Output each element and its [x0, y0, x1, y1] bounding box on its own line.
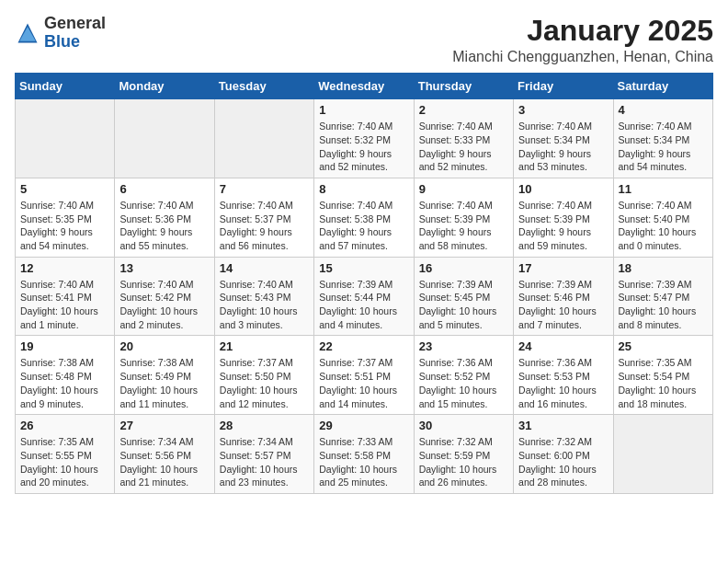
- day-number: 10: [518, 182, 608, 196]
- day-info: Sunrise: 7:32 AM Sunset: 6:00 PM Dayligh…: [518, 435, 608, 489]
- calendar-body: 1Sunrise: 7:40 AM Sunset: 5:32 PM Daylig…: [16, 99, 713, 494]
- calendar-cell: [613, 415, 712, 494]
- calendar-cell: 1Sunrise: 7:40 AM Sunset: 5:32 PM Daylig…: [314, 99, 414, 178]
- day-number: 14: [220, 261, 309, 275]
- day-number: 25: [619, 339, 708, 353]
- day-info: Sunrise: 7:40 AM Sunset: 5:38 PM Dayligh…: [319, 199, 408, 253]
- calendar-cell: 22Sunrise: 7:37 AM Sunset: 5:51 PM Dayli…: [314, 336, 414, 415]
- calendar-cell: 23Sunrise: 7:36 AM Sunset: 5:52 PM Dayli…: [414, 336, 513, 415]
- calendar-cell: 12Sunrise: 7:40 AM Sunset: 5:41 PM Dayli…: [16, 257, 115, 336]
- day-header-tuesday: Tuesday: [214, 74, 313, 99]
- week-row-1: 1Sunrise: 7:40 AM Sunset: 5:32 PM Daylig…: [16, 99, 713, 178]
- calendar-cell: 11Sunrise: 7:40 AM Sunset: 5:40 PM Dayli…: [613, 178, 712, 257]
- calendar-cell: 31Sunrise: 7:32 AM Sunset: 6:00 PM Dayli…: [514, 415, 613, 494]
- day-number: 8: [319, 182, 408, 196]
- week-row-4: 19Sunrise: 7:38 AM Sunset: 5:48 PM Dayli…: [16, 336, 713, 415]
- day-info: Sunrise: 7:40 AM Sunset: 5:41 PM Dayligh…: [20, 278, 109, 332]
- day-number: 22: [319, 339, 408, 353]
- day-info: Sunrise: 7:35 AM Sunset: 5:54 PM Dayligh…: [619, 356, 708, 410]
- day-number: 15: [319, 261, 408, 275]
- week-row-5: 26Sunrise: 7:35 AM Sunset: 5:55 PM Dayli…: [16, 415, 713, 494]
- day-number: 13: [119, 261, 209, 275]
- logo-blue: Blue: [44, 32, 80, 51]
- calendar-cell: [115, 99, 214, 178]
- day-number: 27: [119, 419, 209, 432]
- calendar-cell: 5Sunrise: 7:40 AM Sunset: 5:35 PM Daylig…: [16, 178, 115, 257]
- calendar-cell: 17Sunrise: 7:39 AM Sunset: 5:46 PM Dayli…: [514, 257, 613, 336]
- day-number: 16: [419, 261, 508, 275]
- calendar-cell: 9Sunrise: 7:40 AM Sunset: 5:39 PM Daylig…: [414, 178, 513, 257]
- day-number: 19: [20, 339, 109, 353]
- calendar-cell: 15Sunrise: 7:39 AM Sunset: 5:44 PM Dayli…: [314, 257, 414, 336]
- calendar-cell: 10Sunrise: 7:40 AM Sunset: 5:39 PM Dayli…: [514, 178, 613, 257]
- day-number: 24: [518, 339, 608, 353]
- day-header-wednesday: Wednesday: [314, 74, 414, 99]
- day-info: Sunrise: 7:33 AM Sunset: 5:58 PM Dayligh…: [319, 435, 408, 489]
- day-info: Sunrise: 7:40 AM Sunset: 5:34 PM Dayligh…: [619, 120, 708, 174]
- day-info: Sunrise: 7:36 AM Sunset: 5:53 PM Dayligh…: [518, 356, 608, 410]
- calendar-cell: 4Sunrise: 7:40 AM Sunset: 5:34 PM Daylig…: [613, 99, 712, 178]
- calendar-cell: 27Sunrise: 7:34 AM Sunset: 5:56 PM Dayli…: [115, 415, 214, 494]
- calendar-header: SundayMondayTuesdayWednesdayThursdayFrid…: [16, 74, 713, 99]
- calendar-cell: 20Sunrise: 7:38 AM Sunset: 5:49 PM Dayli…: [115, 336, 214, 415]
- day-info: Sunrise: 7:40 AM Sunset: 5:39 PM Dayligh…: [419, 199, 508, 253]
- day-info: Sunrise: 7:39 AM Sunset: 5:45 PM Dayligh…: [419, 278, 508, 332]
- logo-icon: [15, 20, 40, 46]
- day-info: Sunrise: 7:32 AM Sunset: 5:59 PM Dayligh…: [419, 435, 508, 489]
- day-number: 17: [518, 261, 608, 275]
- day-number: 11: [619, 182, 708, 196]
- calendar-table: SundayMondayTuesdayWednesdayThursdayFrid…: [15, 73, 713, 494]
- calendar-cell: 28Sunrise: 7:34 AM Sunset: 5:57 PM Dayli…: [214, 415, 313, 494]
- logo-text: General Blue: [44, 15, 106, 52]
- day-number: 2: [419, 103, 508, 117]
- calendar-cell: 29Sunrise: 7:33 AM Sunset: 5:58 PM Dayli…: [314, 415, 414, 494]
- day-info: Sunrise: 7:40 AM Sunset: 5:37 PM Dayligh…: [220, 199, 309, 253]
- day-info: Sunrise: 7:40 AM Sunset: 5:32 PM Dayligh…: [319, 120, 408, 174]
- day-info: Sunrise: 7:38 AM Sunset: 5:48 PM Dayligh…: [20, 356, 109, 410]
- calendar-cell: 13Sunrise: 7:40 AM Sunset: 5:42 PM Dayli…: [115, 257, 214, 336]
- day-header-sunday: Sunday: [16, 74, 115, 99]
- calendar-cell: 21Sunrise: 7:37 AM Sunset: 5:50 PM Dayli…: [214, 336, 313, 415]
- day-header-saturday: Saturday: [613, 74, 712, 99]
- day-number: 26: [20, 419, 109, 432]
- day-info: Sunrise: 7:34 AM Sunset: 5:57 PM Dayligh…: [220, 435, 309, 489]
- calendar-cell: 6Sunrise: 7:40 AM Sunset: 5:36 PM Daylig…: [115, 178, 214, 257]
- calendar-cell: 8Sunrise: 7:40 AM Sunset: 5:38 PM Daylig…: [314, 178, 414, 257]
- day-header-friday: Friday: [514, 74, 613, 99]
- calendar-cell: 26Sunrise: 7:35 AM Sunset: 5:55 PM Dayli…: [16, 415, 115, 494]
- day-number: 20: [119, 339, 209, 353]
- day-number: 5: [20, 182, 109, 196]
- day-info: Sunrise: 7:40 AM Sunset: 5:33 PM Dayligh…: [419, 120, 508, 174]
- day-info: Sunrise: 7:39 AM Sunset: 5:47 PM Dayligh…: [619, 278, 708, 332]
- day-header-thursday: Thursday: [414, 74, 513, 99]
- day-info: Sunrise: 7:40 AM Sunset: 5:35 PM Dayligh…: [20, 199, 109, 253]
- calendar-cell: [16, 99, 115, 178]
- calendar-subtitle: Mianchi Chengguanzhen, Henan, China: [452, 49, 713, 65]
- day-info: Sunrise: 7:40 AM Sunset: 5:39 PM Dayligh…: [518, 199, 608, 253]
- day-info: Sunrise: 7:40 AM Sunset: 5:40 PM Dayligh…: [619, 199, 708, 253]
- calendar-cell: 19Sunrise: 7:38 AM Sunset: 5:48 PM Dayli…: [16, 336, 115, 415]
- calendar-cell: 2Sunrise: 7:40 AM Sunset: 5:33 PM Daylig…: [414, 99, 513, 178]
- calendar-cell: 25Sunrise: 7:35 AM Sunset: 5:54 PM Dayli…: [613, 336, 712, 415]
- day-number: 1: [319, 103, 408, 117]
- day-header-monday: Monday: [115, 74, 214, 99]
- day-info: Sunrise: 7:38 AM Sunset: 5:49 PM Dayligh…: [119, 356, 209, 410]
- day-number: 7: [220, 182, 309, 196]
- day-number: 12: [20, 261, 109, 275]
- calendar-cell: 30Sunrise: 7:32 AM Sunset: 5:59 PM Dayli…: [414, 415, 513, 494]
- day-number: 31: [518, 419, 608, 432]
- day-number: 6: [119, 182, 209, 196]
- day-number: 23: [419, 339, 508, 353]
- day-info: Sunrise: 7:36 AM Sunset: 5:52 PM Dayligh…: [419, 356, 508, 410]
- week-row-3: 12Sunrise: 7:40 AM Sunset: 5:41 PM Dayli…: [16, 257, 713, 336]
- calendar-cell: 7Sunrise: 7:40 AM Sunset: 5:37 PM Daylig…: [214, 178, 313, 257]
- day-info: Sunrise: 7:37 AM Sunset: 5:51 PM Dayligh…: [319, 356, 408, 410]
- day-info: Sunrise: 7:39 AM Sunset: 5:46 PM Dayligh…: [518, 278, 608, 332]
- day-info: Sunrise: 7:40 AM Sunset: 5:36 PM Dayligh…: [119, 199, 209, 253]
- calendar-title: January 2025: [452, 15, 713, 47]
- title-section: January 2025 Mianchi Chengguanzhen, Hena…: [452, 15, 713, 65]
- day-number: 3: [518, 103, 608, 117]
- calendar-cell: 24Sunrise: 7:36 AM Sunset: 5:53 PM Dayli…: [514, 336, 613, 415]
- day-info: Sunrise: 7:35 AM Sunset: 5:55 PM Dayligh…: [20, 435, 109, 489]
- calendar-cell: 3Sunrise: 7:40 AM Sunset: 5:34 PM Daylig…: [514, 99, 613, 178]
